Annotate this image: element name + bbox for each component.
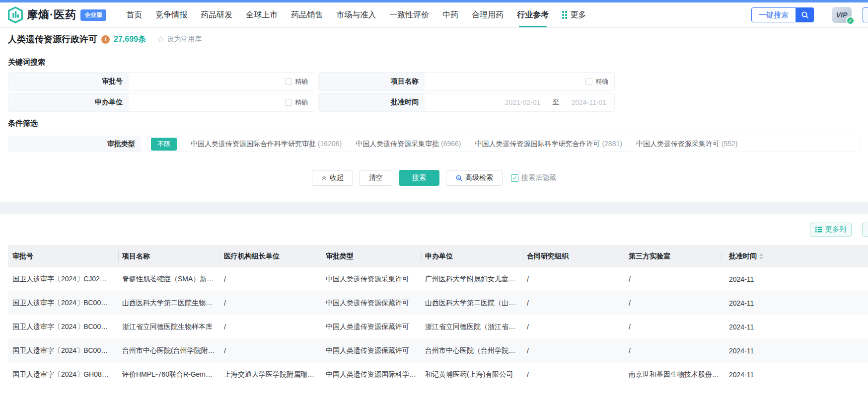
collapse-label: 收起 bbox=[330, 173, 344, 182]
nav-item-drug-sales[interactable]: 药品销售 bbox=[291, 2, 323, 27]
approval-no-exact: 精确 bbox=[285, 77, 308, 86]
search-icon-button[interactable] bbox=[796, 7, 814, 22]
cell-applicant: 台州市中心医院（台州学院… bbox=[421, 339, 523, 363]
favorite-star-icon: ☆ bbox=[157, 35, 164, 44]
keyword-search-title: 关键词搜索 bbox=[8, 58, 860, 67]
nav-item-industry-reference[interactable]: 行业参考 bbox=[517, 2, 549, 27]
hide-after-search-toggle[interactable]: ✓ 搜索后隐藏 bbox=[511, 173, 556, 182]
table-toolbar: 更多列 bbox=[8, 223, 868, 237]
cell-project-name: 浙江省立同德医院生物样本库 bbox=[118, 315, 220, 339]
quick-search-button[interactable]: 一键搜索 bbox=[751, 7, 796, 22]
header-approval-date[interactable]: 批准时间 bbox=[721, 245, 868, 267]
cell-approval-type: 中国人类遗传资源保藏许可 bbox=[322, 291, 421, 315]
quick-search: 一键搜索 bbox=[751, 7, 814, 22]
cell-third-party-lab: / bbox=[625, 291, 721, 315]
collapse-button[interactable]: 收起 bbox=[312, 170, 353, 186]
page-title-row: 人类遗传资源行政许可 i 27,699条 ☆ 设为常用库 bbox=[0, 28, 868, 51]
nav-item-home[interactable]: 首页 bbox=[126, 2, 142, 27]
hide-after-search-checkbox[interactable]: ✓ bbox=[511, 174, 518, 182]
cell-third-party-lab: / bbox=[625, 315, 721, 339]
table-row[interactable]: 国卫人遗审字〔2024〕GH08… 评价HMPL-760联合R-Gem… 上海交… bbox=[8, 363, 868, 387]
filter-option-collection-approval[interactable]: 中国人类遗传资源采集审批 (6966) bbox=[356, 140, 461, 149]
cell-approval-no: 国卫人遗审字〔2024〕BC00… bbox=[8, 291, 118, 315]
list-icon bbox=[815, 226, 822, 233]
hide-after-search-label: 搜索后隐藏 bbox=[521, 173, 556, 182]
filter-option-all[interactable]: 不限 bbox=[151, 138, 177, 151]
table-row[interactable]: 国卫人遗审字〔2024〕BC00… 浙江省立同德医院生物样本库 / 中国人类遗传… bbox=[8, 315, 868, 339]
exact-label: 精确 bbox=[595, 77, 608, 86]
brand-logo[interactable]: 摩熵·医药 企业版 bbox=[7, 6, 106, 23]
exact-label: 精确 bbox=[295, 77, 308, 86]
cell-cro: / bbox=[523, 339, 625, 363]
applicant-exact: 精确 bbox=[285, 98, 308, 107]
project-name-group: 项目名称 精确 bbox=[318, 72, 615, 91]
nav-item-competitive-intel[interactable]: 竞争情报 bbox=[155, 2, 187, 27]
cell-approval-no: 国卫人遗审字〔2024〕BC00… bbox=[8, 339, 118, 363]
cell-approval-date: 2024-11 bbox=[721, 315, 868, 339]
cell-third-party-lab: / bbox=[625, 339, 721, 363]
nav-item-global-launch[interactable]: 全球上市 bbox=[246, 2, 278, 27]
cell-approval-date: 2024-11 bbox=[721, 267, 868, 291]
header-lead-medical-institution: 医疗机构组长单位 bbox=[220, 245, 322, 267]
table-row[interactable]: 国卫人遗审字〔2024〕BC00… 山西医科大学第二医院生物… / 中国人类遗传… bbox=[8, 291, 868, 315]
search-label: 搜索 bbox=[412, 173, 426, 182]
cell-approval-date: 2024-11 bbox=[721, 291, 868, 315]
project-name-input[interactable]: 精确 bbox=[425, 73, 614, 90]
approval-date-group: 批准时间 2021-02-01 至 2024-11-01 bbox=[318, 93, 615, 112]
cell-approval-type: 中国人类遗传资源保藏许可 bbox=[322, 339, 421, 363]
cell-approval-date: 2024-11 bbox=[721, 363, 868, 387]
project-name-label: 项目名称 bbox=[319, 73, 425, 90]
advanced-search-icon bbox=[455, 174, 463, 182]
set-favorite[interactable]: ☆ 设为常用库 bbox=[157, 35, 202, 44]
approval-no-input[interactable]: 精确 bbox=[129, 73, 314, 90]
header-applicant: 申办单位 bbox=[421, 245, 523, 267]
table-row[interactable]: 国卫人遗审字〔2024〕BC00… 台州市中心医院(台州学院附… / 中国人类遗… bbox=[8, 339, 868, 363]
search-button[interactable]: 搜索 bbox=[399, 170, 439, 186]
advanced-search-button[interactable]: 高级检索 bbox=[446, 170, 503, 186]
nav-item-rational-use[interactable]: 合理用药 bbox=[472, 2, 504, 27]
nav-more-label: 更多 bbox=[570, 10, 586, 20]
nav-item-drug-rd[interactable]: 药品研发 bbox=[201, 2, 232, 27]
date-to-value[interactable]: 2024-11-01 bbox=[571, 98, 606, 106]
filter-option-label: 中国人类遗传资源采集审批 bbox=[356, 140, 439, 148]
clear-button[interactable]: 清空 bbox=[360, 170, 392, 186]
brand-logo-icon bbox=[7, 6, 24, 23]
nav-item-tcm[interactable]: 中药 bbox=[442, 2, 458, 27]
exact-label: 精确 bbox=[295, 98, 308, 107]
info-icon[interactable]: i bbox=[101, 35, 110, 44]
table-row[interactable]: 国卫人遗审字〔2024〕CJ02… 脊髓性肌萎缩症（SMA）新… / 中国人类遗… bbox=[8, 267, 868, 291]
approval-type-options: 不限 中国人类遗传资源国际合作科学研究审批 (16206) 中国人类遗传资源采集… bbox=[141, 136, 860, 152]
vip-badge[interactable]: VIP ✓ bbox=[832, 7, 852, 23]
cutoff-button-top[interactable] bbox=[863, 7, 868, 22]
brand-name: 摩熵·医药 bbox=[27, 7, 76, 22]
approval-no-exact-checkbox[interactable] bbox=[285, 78, 292, 85]
nav-item-market-access[interactable]: 市场与准入 bbox=[336, 2, 376, 27]
page-title: 人类遗传资源行政许可 bbox=[8, 33, 97, 45]
sort-icon[interactable] bbox=[759, 253, 763, 259]
header-cro: 合同研究组织 bbox=[523, 245, 625, 267]
filter-option-collection-permit[interactable]: 中国人类遗传资源采集许可 (552) bbox=[636, 140, 738, 149]
approval-no-group: 审批号 精确 bbox=[8, 72, 314, 91]
header-project-name: 项目名称 bbox=[118, 245, 220, 267]
cutoff-button-table[interactable] bbox=[862, 223, 868, 237]
filter-option-label: 中国人类遗传资源采集许可 bbox=[636, 140, 720, 148]
cell-cro: / bbox=[523, 363, 625, 387]
applicant-exact-checkbox[interactable] bbox=[285, 99, 292, 106]
more-columns-button[interactable]: 更多列 bbox=[810, 223, 852, 237]
project-name-exact-checkbox[interactable] bbox=[585, 78, 592, 85]
nav-item-more[interactable]: 更多 bbox=[562, 2, 586, 27]
applicant-input[interactable]: 精确 bbox=[129, 93, 314, 111]
cell-third-party-lab: 南京世和基因生物技术股份… bbox=[625, 363, 721, 387]
approval-type-label: 审批类型 bbox=[8, 136, 141, 152]
nav-item-consistency-eval[interactable]: 一致性评价 bbox=[389, 2, 429, 27]
cell-third-party-lab: / bbox=[625, 267, 721, 291]
cell-applicant: 广州医科大学附属妇女儿童… bbox=[421, 267, 523, 291]
header-approval-type: 审批类型 bbox=[322, 245, 421, 267]
approval-date-label: 批准时间 bbox=[319, 93, 425, 111]
date-from-value[interactable]: 2021-02-01 bbox=[505, 98, 541, 106]
magnifier-icon bbox=[801, 11, 809, 19]
filter-option-intl-science-coop-permit[interactable]: 中国人类遗传资源国际科学研究合作许可 (2881) bbox=[475, 140, 622, 149]
approval-date-range-picker[interactable]: 2021-02-01 至 2024-11-01 bbox=[425, 93, 614, 111]
filter-option-intl-coop-research-approval[interactable]: 中国人类遗传资源国际合作科学研究审批 (16206) bbox=[191, 140, 342, 149]
project-name-exact: 精确 bbox=[585, 77, 608, 86]
